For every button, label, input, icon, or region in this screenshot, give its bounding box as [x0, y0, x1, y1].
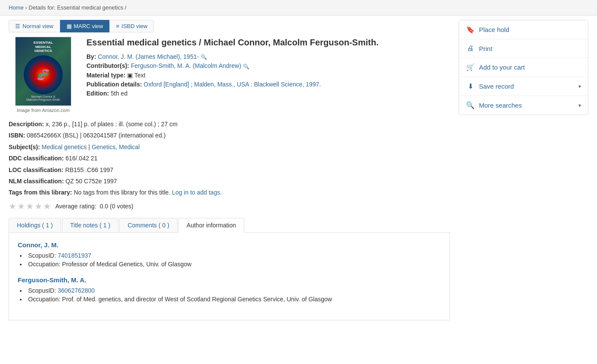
author-1-name[interactable]: Connor, J. M. [18, 241, 441, 249]
star-rating[interactable]: ★★★★★ [9, 201, 52, 211]
tags-label: Tags from this library: [9, 189, 72, 196]
publication-link[interactable]: Oxford [England] ; Malden, Mass., USA : … [144, 81, 321, 88]
tab-marc-view[interactable]: ▦ MARC view [60, 20, 110, 32]
scopus-label-2: ScopusID: [28, 287, 56, 294]
author-2-scopus: ScopusID: 36062762800 [26, 287, 441, 294]
ddc-section: DDC classification: 616/.042 21 [9, 153, 450, 163]
author-search-icon[interactable]: 🔍 [201, 54, 207, 60]
tabs-row: Holdings ( 1 ) Title notes ( 1 ) Comment… [9, 218, 450, 232]
publication-label: Publication details: [86, 81, 142, 88]
material-type-row: Material type: ▣ Text [86, 72, 450, 79]
save-record-icon: ⬇ [466, 82, 475, 90]
isbd-view-label: ISBD view [121, 23, 147, 29]
subject-link-1[interactable]: Medical genetics [42, 144, 86, 150]
publication-row: Publication details: Oxford [England] ; … [86, 81, 450, 88]
author-row: By: Connor, J. M. (James Michael), 1951-… [86, 53, 450, 60]
material-type-label: Material type: [86, 72, 125, 79]
content-tabs: Holdings ( 1 ) Title notes ( 1 ) Comment… [9, 218, 450, 233]
print-label: Print [479, 45, 492, 52]
save-record-action[interactable]: ⬇ Save record ▾ [459, 77, 588, 96]
view-tabs: ☰ Normal view ▦ MARC view ≡ ISBD view [9, 20, 450, 32]
rating-value: 0.0 (0 votes) [100, 203, 134, 210]
isbd-view-icon: ≡ [116, 23, 119, 29]
place-hold-icon: 🔖 [466, 26, 475, 34]
book-cover: ESSENTIAL MEDICAL GENETICS 🧬 Michael Con… [15, 37, 71, 106]
edition-label: Edition: [86, 90, 109, 97]
sidebar: 🔖 Place hold 🖨 Print 🛒 Add to your cart … [459, 20, 588, 320]
normal-view-icon: ☰ [15, 23, 20, 29]
subjects-separator: | [88, 144, 92, 150]
edition-row: Edition: 5th ed [86, 90, 450, 97]
content-area: ☰ Normal view ▦ MARC view ≡ ISBD view ES… [9, 20, 450, 320]
tab-normal-view[interactable]: ☰ Normal view [9, 20, 60, 32]
tab-comments[interactable]: Comments ( 0 ) [119, 218, 177, 232]
book-info: Essential medical genetics / Michael Con… [86, 37, 450, 113]
cover-title-line1: ESSENTIAL [34, 41, 53, 45]
book-title: Essential medical genetics / Michael Con… [86, 37, 450, 48]
main-container: ☰ Normal view ▦ MARC view ≡ ISBD view ES… [0, 16, 597, 325]
cover-title-line2: MEDICAL [35, 45, 51, 49]
book-cover-section: ESSENTIAL MEDICAL GENETICS 🧬 Michael Con… [9, 37, 78, 113]
rating-label: Average rating: [55, 203, 96, 210]
breadcrumb-home[interactable]: Home [9, 4, 24, 11]
description-label: Description: [9, 121, 44, 128]
author-link[interactable]: Connor, J. M. (James Michael), 1951- [98, 53, 198, 60]
isbn-label: ISBN: [9, 132, 25, 139]
author-block-1: Connor, J. M. ScopusID: 7401851937 Occup… [18, 241, 441, 268]
nlm-value: QZ 50 C752e 1997 [65, 178, 117, 185]
print-icon: 🖨 [466, 45, 475, 52]
marc-view-icon: ▦ [67, 23, 72, 29]
normal-view-label: Normal view [22, 23, 54, 29]
description-value: x, 236 p., [11] p. of plates : ill. (som… [46, 121, 178, 128]
contributor-search-icon[interactable]: 🔍 [243, 64, 249, 70]
loc-value: RB155 .C66 1997 [65, 166, 113, 173]
rating-row: ★★★★★ Average rating: 0.0 (0 votes) [9, 201, 450, 211]
author-block-2: Ferguson-Smith, M. A. ScopusID: 36062762… [18, 276, 441, 303]
subject-link-2[interactable]: Genetics, Medical [92, 144, 140, 150]
more-searches-dropdown-icon: ▾ [578, 102, 581, 109]
scopus-label-1: ScopusID: [28, 252, 56, 259]
print-action[interactable]: 🖨 Print [459, 39, 588, 58]
by-label: By: [86, 53, 96, 60]
contributor-link[interactable]: Ferguson-Smith, M. A. (Malcolm Andrew) [131, 62, 241, 69]
ddc-value: 616/.042 21 [65, 155, 97, 162]
author-1-details: ScopusID: 7401851937 Occupation: Profess… [18, 252, 441, 268]
loc-section: LOC classification: RB155 .C66 1997 [9, 165, 450, 175]
more-searches-action[interactable]: 🔍 More searches ▾ [459, 96, 588, 115]
tab-holdings[interactable]: Holdings ( 1 ) [9, 218, 61, 232]
tab-title-notes[interactable]: Title notes ( 1 ) [62, 218, 118, 232]
edition-value: 5th ed [111, 90, 128, 97]
breadcrumb: Home › Details for: Essential medical ge… [0, 0, 597, 16]
scopus-link-1[interactable]: 7401851937 [57, 252, 91, 259]
material-type-value: Text [134, 72, 146, 79]
tab-isbd-view[interactable]: ≡ ISBD view [109, 20, 154, 32]
add-cart-label: Add to your cart [479, 64, 525, 71]
add-cart-action[interactable]: 🛒 Add to your cart [459, 58, 588, 77]
author-1-occupation: Occupation: Professor of Medical Genetic… [26, 261, 441, 268]
isbn-section: ISBN: 086542666X (BSL) | 0632041587 (int… [9, 131, 450, 140]
tags-login-link[interactable]: Log in to add tags. [172, 189, 222, 196]
tags-section: Tags from this library: No tags from thi… [9, 188, 450, 197]
cover-caption: Image from Amazon.com [17, 108, 70, 113]
loc-label: LOC classification: [9, 166, 64, 173]
more-searches-label: More searches [479, 102, 522, 109]
sidebar-actions-box: 🔖 Place hold 🖨 Print 🛒 Add to your cart … [459, 20, 588, 115]
cover-dna-icon: 🧬 [37, 69, 50, 81]
nlm-section: NLM classification: QZ 50 C752e 1997 [9, 176, 450, 186]
occupation-label-1: Occupation: [28, 261, 61, 268]
contributor-label: Contributor(s): [86, 62, 129, 69]
occupation-value-2: Prof. of Med. genetics, and director of … [62, 296, 332, 303]
contributor-row: Contributor(s): Ferguson-Smith, M. A. (M… [86, 62, 450, 69]
material-type-icon: ▣ [127, 72, 133, 79]
breadcrumb-current: Details for: Essential medical genetics … [29, 4, 126, 11]
author-1-scopus: ScopusID: 7401851937 [26, 252, 441, 259]
place-hold-label: Place hold [479, 26, 509, 33]
author-2-occupation: Occupation: Prof. of Med. genetics, and … [26, 296, 441, 303]
scopus-link-2[interactable]: 36062762800 [57, 287, 95, 294]
place-hold-action[interactable]: 🔖 Place hold [459, 20, 588, 39]
cover-title-line3: GENETICS [35, 49, 52, 53]
author-2-name[interactable]: Ferguson-Smith, M. A. [18, 276, 441, 284]
tab-author-information[interactable]: Author information [179, 218, 244, 233]
author-2-details: ScopusID: 36062762800 Occupation: Prof. … [18, 287, 441, 303]
nlm-label: NLM classification: [9, 178, 64, 185]
